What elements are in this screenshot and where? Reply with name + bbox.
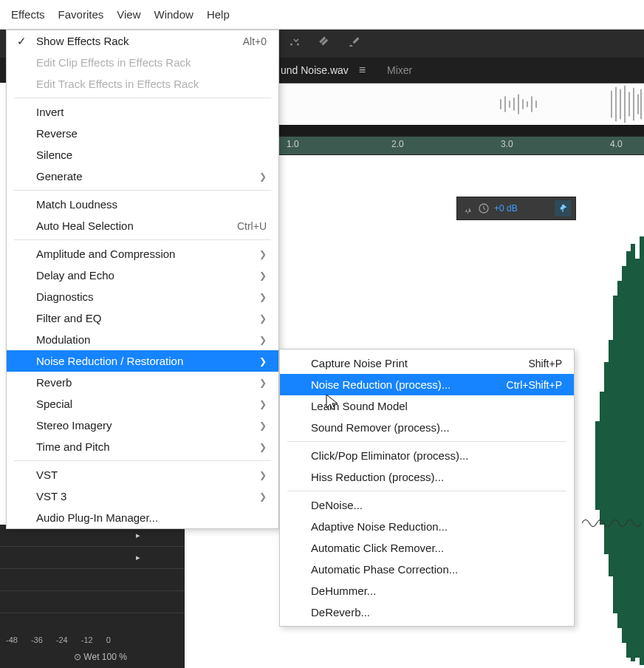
submenu-item-label: Automatic Click Remover... <box>311 542 444 554</box>
menu-item[interactable]: VST 3❯ <box>7 485 278 507</box>
ruler-mark: 2.0 <box>391 139 404 149</box>
svg-rect-28 <box>600 392 604 525</box>
menu-item-label: Show Effects Rack <box>36 35 129 47</box>
submenu-item[interactable]: Noise Reduction (process)...Ctrl+Shift+P <box>280 374 574 395</box>
play-icon[interactable]: ▸ <box>136 553 140 562</box>
submenu-item[interactable]: Capture Noise PrintShift+P <box>280 352 574 374</box>
gain-hud[interactable]: +0 dB <box>456 197 576 220</box>
wet-knob-icon[interactable]: ⊙ <box>74 652 81 662</box>
menu-window[interactable]: Window <box>154 8 193 21</box>
submenu-arrow-icon: ❯ <box>259 171 267 182</box>
svg-rect-20 <box>609 340 613 576</box>
submenu-item[interactable]: Hiss Reduction (process)... <box>280 466 574 488</box>
menu-item[interactable]: Modulation❯ <box>7 329 278 350</box>
submenu-arrow-icon: ❯ <box>259 378 267 388</box>
submenu-item[interactable]: DeHummer... <box>280 580 574 601</box>
menu-item[interactable]: Amplitude and Compression❯ <box>7 243 278 265</box>
menu-effects[interactable]: Effects <box>11 8 45 21</box>
menu-shortcut: Ctrl+U <box>237 220 267 232</box>
menu-item[interactable]: Silence <box>7 144 278 166</box>
pin-button[interactable] <box>555 200 571 217</box>
menu-item-label: Match Loudness <box>36 198 117 211</box>
menu-item[interactable]: Filter and EQ❯ <box>7 307 278 329</box>
menu-separator <box>14 98 271 98</box>
menu-item-label: Generate <box>36 170 83 183</box>
menu-item-label: Reverb <box>36 376 72 389</box>
submenu-item[interactable]: Click/Pop Eliminator (process)... <box>280 445 574 466</box>
svg-rect-24 <box>626 251 631 658</box>
menu-item[interactable]: Delay and Echo❯ <box>7 265 278 286</box>
waveform-overview[interactable] <box>279 83 644 126</box>
menu-item[interactable]: Audio Plug-In Manager... <box>7 507 278 528</box>
meter-mark: -36 <box>31 635 43 644</box>
overview-gutter <box>279 126 644 136</box>
menu-item[interactable]: Special❯ <box>7 393 278 415</box>
submenu-arrow-icon: ❯ <box>259 270 267 281</box>
cut-icon[interactable] <box>288 35 301 52</box>
menu-item[interactable]: Noise Reduction / Restoration❯ <box>7 350 278 372</box>
menu-favorites[interactable]: Favorites <box>58 8 104 21</box>
menu-item-label: VST 3 <box>36 490 66 502</box>
check-icon: ✓ <box>17 35 27 48</box>
track-row[interactable] <box>0 569 185 591</box>
menu-separator <box>287 491 566 491</box>
menu-item[interactable]: Diagnostics❯ <box>7 286 278 307</box>
play-icon[interactable]: ▸ <box>136 531 140 540</box>
menu-item[interactable]: Match Loudness <box>7 194 278 215</box>
submenu-item-label: DeHummer... <box>311 584 376 597</box>
mouse-cursor-icon <box>325 393 340 411</box>
menu-item-label: Invert <box>36 106 64 118</box>
submenu-item[interactable]: Automatic Click Remover... <box>280 537 574 559</box>
timeline-ruler[interactable]: 1.02.03.04.0 <box>279 136 644 155</box>
menu-item[interactable]: Generate❯ <box>7 166 278 187</box>
submenu-arrow-icon: ❯ <box>259 313 267 324</box>
clock-icon <box>478 202 490 214</box>
submenu-item-label: Automatic Phase Correction... <box>311 563 458 576</box>
menu-item[interactable]: Reverb❯ <box>7 372 278 393</box>
menu-separator <box>14 460 271 461</box>
menu-item[interactable]: Invert <box>7 101 278 123</box>
noise-reduction-submenu: Capture Noise PrintShift+PNoise Reductio… <box>279 349 575 627</box>
submenu-item[interactable]: DeReverb... <box>280 601 574 623</box>
menu-item[interactable]: VST❯ <box>7 464 278 485</box>
gain-value: +0 dB <box>494 203 518 214</box>
menu-item[interactable]: Reverse <box>7 123 278 144</box>
submenu-item[interactable]: Learn Sound Model <box>280 395 574 417</box>
menu-separator <box>14 190 271 191</box>
submenu-item[interactable]: Automatic Phase Correction... <box>280 559 574 580</box>
menu-item: Edit Clip Effects in Effects Rack <box>7 52 278 73</box>
submenu-item[interactable]: DeNoise... <box>280 494 574 516</box>
healing-icon[interactable] <box>318 35 331 52</box>
menu-item-label: VST <box>36 468 58 481</box>
track-row[interactable]: ▸ <box>0 547 185 569</box>
menu-item-label: Edit Track Effects in Effects Rack <box>36 78 199 90</box>
menu-item[interactable]: Time and Pitch❯ <box>7 436 278 457</box>
tab-mixer[interactable]: Mixer <box>387 58 412 83</box>
menu-item[interactable]: Auto Heal SelectionCtrl+U <box>7 215 278 236</box>
tab-active-file[interactable]: und Noise.wav ≡ <box>281 58 366 83</box>
ruler-mark: 1.0 <box>287 139 299 149</box>
menu-item[interactable]: Stereo Imagery❯ <box>7 415 278 436</box>
track-row[interactable] <box>0 591 185 613</box>
menu-item-label: Amplitude and Compression <box>36 248 175 260</box>
tab-menu-icon[interactable]: ≡ <box>359 64 366 77</box>
submenu-arrow-icon: ❯ <box>259 491 267 502</box>
menu-help[interactable]: Help <box>207 8 230 21</box>
menu-item-label: Special <box>36 398 72 410</box>
submenu-item-label: DeReverb... <box>311 606 370 618</box>
svg-rect-0 <box>279 84 644 125</box>
submenu-item[interactable]: Adaptive Noise Reduction... <box>280 516 574 537</box>
svg-rect-27 <box>640 236 644 665</box>
submenu-arrow-icon: ❯ <box>259 356 267 367</box>
svg-rect-25 <box>631 244 635 661</box>
menu-separator <box>14 239 271 240</box>
menu-item[interactable]: ✓Show Effects RackAlt+0 <box>7 30 278 52</box>
menu-view[interactable]: View <box>117 8 140 21</box>
submenu-item-label: Capture Noise Print <box>311 357 408 369</box>
menu-item-label: Stereo Imagery <box>36 419 112 432</box>
menu-item: Edit Track Effects in Effects Rack <box>7 73 278 95</box>
meter-scale: -48-36-24-120 <box>6 635 111 644</box>
brush-icon[interactable] <box>347 35 360 52</box>
ruler-mark: 4.0 <box>610 139 623 149</box>
submenu-item[interactable]: Sound Remover (process)... <box>280 417 574 438</box>
